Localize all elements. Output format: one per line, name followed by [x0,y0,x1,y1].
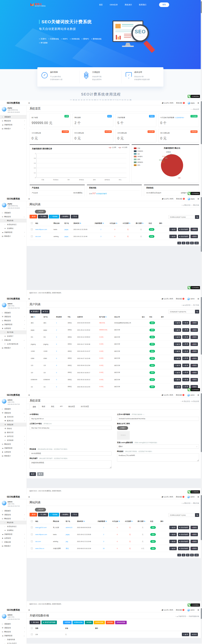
edit-button[interactable]: 编 辑 [169,228,177,231]
sort-icon[interactable] [84,520,85,522]
edit-button[interactable]: 编 辑 [182,633,189,636]
avatar[interactable] [2,303,6,307]
sidebar-item[interactable]: 网站管理 ‹ [0,119,26,123]
sort-icon[interactable] [105,316,106,318]
toolbar-button[interactable]: ✚导 出 [41,310,49,314]
breadcrumb-item[interactable]: 用户列表 [191,304,199,306]
site-count-link[interactable]: 0 [55,340,66,348]
sidebar-item[interactable]: 添加用户 [0,334,26,338]
qrcode-menu[interactable]: 公众号二维码 [162,496,173,498]
messages-menu[interactable]: 系统消息0 [176,102,185,104]
messages-menu[interactable]: 系统消息1 [176,394,184,396]
site-domain-link[interactable]: sss.com [34,538,52,545]
sidebar-item[interactable]: 财务统计 ‹ [0,127,26,130]
sidebar-item[interactable]: 系统首页 [0,311,26,315]
sidebar-item[interactable]: 友情链接 ‹ [0,438,26,442]
edit-button[interactable]: 编 辑 [174,371,181,374]
sidebar-item[interactable]: 系统管理 ‹ [0,626,26,630]
scrollbar-thumb[interactable] [201,393,202,452]
delete-button[interactable]: 删 除 [191,328,198,332]
column-header[interactable]: 客户名 [64,519,76,524]
avatar[interactable] [2,107,6,112]
sidebar-item[interactable]: 回收站 [0,426,26,430]
user-menu[interactable]: jayjay [188,198,195,200]
search-input[interactable] [168,513,195,517]
column-header[interactable]: 状态 [149,519,159,524]
edit-button[interactable]: 编 辑 [174,328,181,332]
site-domain-link[interactable]: www.98youx.com [34,226,52,233]
toolbar-button[interactable]: ▪导入网站 [38,513,48,516]
site-domain-link[interactable]: www.gyl210.com [34,524,52,531]
site-count-link[interactable]: 0 [55,376,66,384]
client-link[interactable]: 测试 [64,545,76,552]
nav-link[interactable]: 联系我们 [139,4,146,6]
column-header[interactable]: 指数 [34,626,64,631]
loading-icon-select[interactable]: 图标2⌄ [117,444,199,448]
column-header[interactable]: 用户名 [42,315,55,320]
page-size-button[interactable]: 30 [186,242,190,244]
settings-icon[interactable] [198,496,199,498]
select-all-checkbox[interactable] [31,222,33,224]
column-header[interactable]: 客户名 [63,221,72,226]
legend-item[interactable]: 百度移动 [134,150,147,152]
column-header[interactable]: 网站名称 [52,221,63,226]
sidebar-item[interactable]: 关键词列表 [0,638,26,642]
column-header[interactable]: 今日消费 [121,221,134,226]
add-keyword-button[interactable]: 添加关键词 [178,526,189,529]
hamburger-icon[interactable] [28,102,30,104]
scrollbar-thumb[interactable] [201,608,202,619]
recharge-button[interactable]: 充 值 [182,335,189,339]
legend-item[interactable]: 搜狗移动 [134,161,147,163]
scrollbar-thumb[interactable] [201,1,202,13]
delete-button[interactable]: 删 除 [191,526,198,529]
sidebar-item[interactable]: 菜单管理 ‹ [0,415,26,419]
pie-chart[interactable] [161,154,183,176]
delete-button[interactable]: 删 除 [191,235,198,238]
client-link[interactable]: jayj [64,538,76,545]
sidebar-item[interactable]: 系统首页 [0,509,26,513]
page-size-button[interactable]: 50 [190,242,194,244]
engine-tab[interactable]: 百度指数 [63,621,72,624]
sort-icon[interactable] [105,520,107,522]
recharge-button[interactable]: 充 值 [182,371,189,374]
search-button[interactable] [195,310,199,314]
sidebar-item[interactable]: 系统首页 [0,622,26,626]
breadcrumb-item[interactable]: 系统管理 [181,400,190,402]
hamburger-icon[interactable] [28,496,30,498]
settings-tab[interactable]: 基础 [30,404,39,410]
delete-button[interactable]: 删 除 [191,342,198,346]
column-header[interactable]: 优化公司 [113,315,141,320]
column-header[interactable]: 今日达标 [111,519,124,524]
site-count-link[interactable]: 0 [55,369,66,376]
site-count-link[interactable]: 0 [55,355,66,362]
sort-icon[interactable] [34,316,35,318]
delete-button[interactable]: 删 除 [191,321,198,325]
sidebar-item[interactable]: 会员管理 ‹ [0,536,26,540]
recharge-button[interactable]: 充 值 [182,357,189,360]
toolbar-button[interactable]: ✚新增用户 [30,310,40,314]
edit-button[interactable]: 编 辑 [174,364,181,367]
page-size-button[interactable]: 10 [177,242,181,244]
sidebar-item[interactable]: 会员关键词比例 [0,342,26,346]
add-keyword-button[interactable]: 添加关键词 [178,228,189,231]
keyword-count-link[interactable]: 15 [96,545,111,552]
sidebar-item[interactable]: 关键词管理 ‹ [0,230,26,234]
page-size-button[interactable]: 15 [182,554,185,556]
row-checkbox[interactable] [31,540,33,542]
sidebar-item[interactable]: 未达标关键词 [0,642,26,644]
recharge-button[interactable]: 充 值 [182,321,189,324]
site-description-field[interactable]: OneBase|ThinkPHP5 [117,453,199,462]
legend-item[interactable]: 搜狗 [134,158,147,160]
settings-icon[interactable] [198,298,199,300]
toolbar-button[interactable]: ▪导 出 [71,215,78,218]
sort-icon[interactable] [102,222,104,224]
edit-button[interactable]: 编 辑 [174,378,181,382]
breadcrumb-item[interactable]: 系统首页 [191,108,199,110]
column-header[interactable]: 操作 [159,519,199,524]
legend-item[interactable]: 神马 [134,164,147,166]
keyword-count-link[interactable]: 2 [94,226,108,233]
column-header[interactable]: 操作 [158,221,199,226]
legend-item[interactable]: 360移动 [134,156,147,158]
delete-button[interactable]: 删 除 [191,533,198,536]
sidebar-item[interactable]: 添加网站 [0,226,26,230]
